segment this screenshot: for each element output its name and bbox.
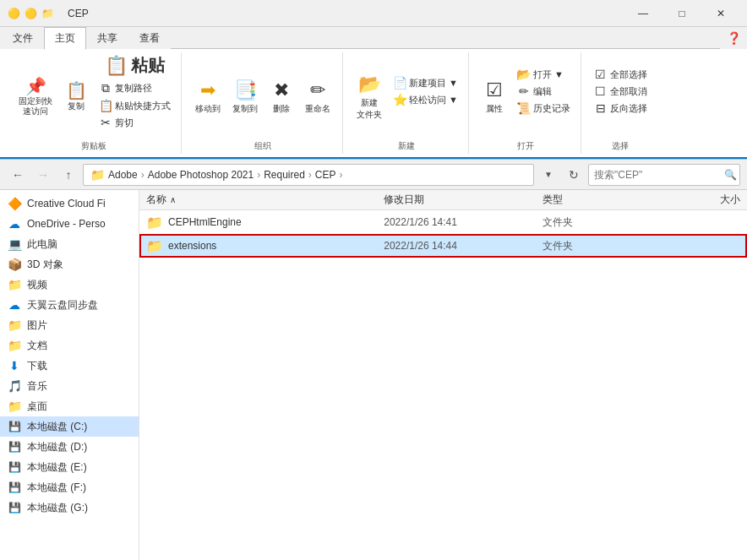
search-box[interactable]: 🔍 xyxy=(588,164,740,186)
c-drive-icon: 💾 xyxy=(7,421,22,432)
copy-path-button[interactable]: ⧉ 复制路径 xyxy=(95,80,174,96)
sidebar-item-downloads[interactable]: ⬇ 下载 xyxy=(0,356,139,376)
back-button[interactable]: ← xyxy=(7,164,29,186)
select-all-button[interactable]: ☑ 全部选择 xyxy=(590,67,651,82)
3d-icon: 📦 xyxy=(7,258,22,271)
tab-home[interactable]: 主页 xyxy=(44,27,86,50)
rename-button[interactable]: ✏ 重命名 xyxy=(300,76,335,118)
minimize-button[interactable]: — xyxy=(624,0,662,27)
window-title: CEP xyxy=(61,8,624,19)
deselect-all-button[interactable]: ☐ 全部取消 xyxy=(590,84,651,99)
sidebar-item-pictures[interactable]: 📁 图片 xyxy=(0,315,139,335)
move-to-button[interactable]: ➡ 移动到 xyxy=(190,76,226,118)
col-header-date[interactable]: 修改日期 xyxy=(384,193,542,207)
sidebar-item-thispc[interactable]: 💻 此电脑 xyxy=(0,234,139,254)
tab-share[interactable]: 共享 xyxy=(86,27,128,49)
edit-button[interactable]: ✏ 编辑 xyxy=(513,84,574,99)
sidebar-item-c-drive[interactable]: 💾 本地磁盘 (C:) xyxy=(0,416,139,437)
invert-select-button[interactable]: ⊟ 反向选择 xyxy=(590,101,651,116)
ribbon-clipboard-buttons: 📌 固定到快速访问 📋 复制 📋 粘贴 ⧉ 复制路径 xyxy=(14,52,174,154)
properties-icon: ☑ xyxy=(486,79,503,101)
tianyiyun-icon: ☁ xyxy=(7,298,22,312)
pin-quickaccess-button[interactable]: 📌 固定到快速访问 xyxy=(14,74,57,120)
deselect-all-label: 全部取消 xyxy=(610,85,647,98)
dropdown-btn[interactable]: ▼ xyxy=(537,164,559,186)
sidebar-item-creative-cloud[interactable]: 🔶 Creative Cloud Fi xyxy=(0,193,139,214)
up-button[interactable]: ↑ xyxy=(57,164,79,186)
title-icon-1: 🟡 xyxy=(7,7,20,20)
easy-access-button[interactable]: ⭐ 轻松访问 ▼ xyxy=(389,92,461,107)
maximize-button[interactable]: □ xyxy=(662,0,701,27)
cut-icon: ✂ xyxy=(98,116,113,129)
col-header-type[interactable]: 类型 xyxy=(543,193,662,207)
sidebar-video-label: 视频 xyxy=(27,278,47,292)
easy-access-label: 轻松访问 ▼ xyxy=(409,94,458,106)
open-items-group: 📂 打开 ▼ ✏ 编辑 📜 历史记录 xyxy=(513,67,574,128)
cut-button[interactable]: ✂ 剪切 xyxy=(95,115,174,130)
sidebar-item-f-drive[interactable]: 💾 本地磁盘 (F:) xyxy=(0,477,139,497)
ribbon-group-organize: ➡ 移动到 📑 复制到 ✖ 删除 ✏ 重命名 组织 xyxy=(183,52,343,154)
ribbon-organize-buttons: ➡ 移动到 📑 复制到 ✖ 删除 ✏ 重命名 xyxy=(190,52,335,154)
title-bar-icons: 🟡 🟡 📁 xyxy=(7,7,54,20)
sidebar-item-documents[interactable]: 📁 文档 xyxy=(0,335,139,356)
copy-button[interactable]: 📋 复制 xyxy=(59,79,93,116)
address-part-2: Adobe Photoshop 2021 xyxy=(148,169,254,181)
sidebar-f-drive-label: 本地磁盘 (F:) xyxy=(27,481,86,495)
open-button[interactable]: 📂 打开 ▼ xyxy=(513,67,574,82)
sidebar-item-onedrive[interactable]: ☁ OneDrive - Perso xyxy=(0,214,139,234)
col-header-name[interactable]: 名称 ∧ xyxy=(146,193,384,207)
paste-label: 粘贴 xyxy=(131,54,165,77)
tab-view[interactable]: 查看 xyxy=(128,27,171,49)
copy-to-button[interactable]: 📑 复制到 xyxy=(227,76,263,118)
search-input[interactable] xyxy=(594,169,721,181)
new-item-button[interactable]: 📄 新建项目 ▼ xyxy=(389,75,461,90)
forward-button[interactable]: → xyxy=(32,164,54,186)
pictures-icon: 📁 xyxy=(7,318,22,332)
extensions-type-cell: 文件夹 xyxy=(543,239,662,253)
sidebar-item-desktop[interactable]: 📁 桌面 xyxy=(0,396,139,416)
pin-label: 固定到快速访问 xyxy=(19,96,52,117)
sidebar-item-music[interactable]: 🎵 音乐 xyxy=(0,376,139,396)
sidebar-item-e-drive[interactable]: 💾 本地磁盘 (E:) xyxy=(0,457,139,477)
sidebar-documents-label: 文档 xyxy=(27,339,47,353)
sidebar-onedrive-label: OneDrive - Perso xyxy=(27,218,106,230)
file-name-cell: 📁 CEPHtmlEngine xyxy=(146,215,384,231)
new-folder-button[interactable]: 📂 新建文件夹 xyxy=(352,70,387,124)
edit-label: 编辑 xyxy=(533,85,552,98)
sidebar-item-d-drive[interactable]: 💾 本地磁盘 (D:) xyxy=(0,437,139,457)
address-part-3: Required xyxy=(264,169,305,181)
deselect-all-icon: ☐ xyxy=(593,84,608,98)
ribbon-help-button[interactable]: ❓ xyxy=(720,27,747,49)
ribbon: 文件 主页 共享 查看 ❓ 📌 固定到快速访问 📋 复制 📋 xyxy=(0,27,747,160)
history-icon: 📜 xyxy=(516,101,532,115)
sidebar-item-3d[interactable]: 📦 3D 对象 xyxy=(0,254,139,275)
new-item-label: 新建项目 ▼ xyxy=(409,77,458,90)
downloads-icon: ⬇ xyxy=(7,359,22,372)
history-button[interactable]: 📜 历史记录 xyxy=(513,101,574,116)
open-label: 打开 ▼ xyxy=(533,68,564,81)
properties-label: 属性 xyxy=(486,103,503,115)
sidebar-item-video[interactable]: 📁 视频 xyxy=(0,275,139,295)
paste-button[interactable]: 📋 粘贴 xyxy=(95,52,174,79)
delete-button[interactable]: ✖ 删除 xyxy=(264,76,298,118)
tab-file[interactable]: 文件 xyxy=(2,27,44,49)
delete-icon: ✖ xyxy=(274,79,289,101)
properties-button[interactable]: ☑ 属性 xyxy=(477,76,511,118)
sidebar-e-drive-label: 本地磁盘 (E:) xyxy=(27,460,87,475)
address-dropdown[interactable]: ▼ xyxy=(537,164,559,186)
sidebar-3d-label: 3D 对象 xyxy=(27,258,63,272)
paste-shortcut-button[interactable]: 📋 粘贴快捷方式 xyxy=(95,98,174,113)
file-row[interactable]: 📁 CEPHtmlEngine 2022/1/26 14:41 文件夹 xyxy=(139,210,747,234)
refresh-button[interactable]: ↻ xyxy=(563,164,585,186)
sidebar-item-tianyiyun[interactable]: ☁ 天翼云盘同步盘 xyxy=(0,295,139,315)
col-header-size[interactable]: 大小 xyxy=(661,193,740,207)
ribbon-group-open: ☑ 属性 📂 打开 ▼ ✏ 编辑 📜 历史记录 xyxy=(471,52,581,154)
file-row-extensions[interactable]: 📁 extensions 2022/1/26 14:44 文件夹 xyxy=(139,234,747,258)
ribbon-content: 📌 固定到快速访问 📋 复制 📋 粘贴 ⧉ 复制路径 xyxy=(0,49,747,159)
invert-select-icon: ⊟ xyxy=(593,101,608,115)
ribbon-tabs: 文件 主页 共享 查看 ❓ xyxy=(0,27,747,49)
sidebar-item-g-drive[interactable]: 💾 本地磁盘 (G:) xyxy=(0,497,139,518)
copy-label: 复制 xyxy=(68,101,85,112)
close-button[interactable]: ✕ xyxy=(701,0,740,27)
address-bar[interactable]: 📁 Adobe › Adobe Photoshop 2021 › Require… xyxy=(83,164,534,186)
